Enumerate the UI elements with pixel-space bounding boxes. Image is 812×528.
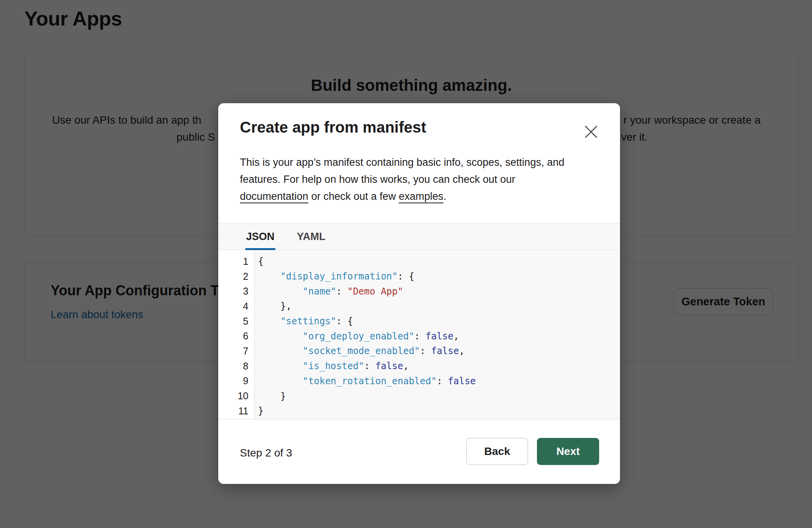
line-number: 6	[218, 330, 254, 342]
line-number: 3	[218, 286, 254, 297]
code-line-content: }	[254, 405, 263, 416]
code-line: 9 "token_rotation_enabled": false	[218, 374, 620, 389]
code-line: 7 "socket_mode_enabled": false,	[218, 344, 620, 359]
next-button[interactable]: Next	[537, 438, 599, 465]
examples-link[interactable]: examples	[399, 191, 443, 202]
manifest-code-editor[interactable]: 1{2 "display_information": {3 "name": "D…	[218, 250, 620, 419]
description-line: This is your app’s manifest containing b…	[240, 154, 607, 171]
code-line-content: "org_deploy_enabled": false,	[254, 331, 459, 342]
code-line: 6 "org_deploy_enabled": false,	[218, 329, 620, 344]
documentation-link[interactable]: documentation	[240, 191, 308, 202]
line-number: 2	[218, 271, 254, 282]
tab-json[interactable]: JSON	[245, 223, 275, 250]
line-number: 11	[218, 405, 254, 417]
code-line: 4 },	[218, 299, 620, 314]
line-number: 9	[218, 375, 254, 387]
tab-label: YAML	[297, 231, 326, 243]
code-line: 10 }	[218, 388, 620, 404]
back-button[interactable]: Back	[466, 438, 528, 465]
code-line-content: },	[254, 301, 292, 312]
modal-title: Create app from manifest	[240, 118, 426, 136]
code-line-content: "display_information": {	[254, 271, 414, 282]
description-text: .	[443, 191, 447, 202]
description-line: features. For help on how this works, yo…	[240, 171, 607, 188]
line-number: 4	[218, 301, 254, 312]
line-number: 5	[218, 316, 254, 327]
code-line-content: "token_rotation_enabled": false	[254, 376, 476, 387]
code-line-content: "is_hosted": false,	[254, 361, 409, 371]
code-line-content: "settings": {	[254, 316, 353, 327]
code-line-content: "socket_mode_enabled": false,	[254, 346, 465, 356]
description-line: documentation or check out a few example…	[240, 188, 607, 205]
tab-yaml[interactable]: YAML	[296, 223, 326, 250]
close-button[interactable]	[583, 124, 600, 141]
manifest-format-tabbar: JSONYAML	[218, 223, 620, 250]
modal-description: This is your app’s manifest containing b…	[240, 154, 607, 205]
create-app-from-manifest-modal: Create app from manifest This is your ap…	[218, 103, 620, 484]
step-indicator: Step 2 of 3	[240, 447, 292, 459]
code-line-content: }	[254, 391, 286, 402]
code-line: 1{	[218, 254, 620, 269]
code-line-content: {	[254, 256, 263, 267]
description-text: or check out a few	[308, 191, 399, 202]
code-line: 11}	[218, 404, 620, 419]
x-icon	[584, 124, 598, 139]
tab-label: JSON	[246, 231, 275, 243]
line-number: 10	[218, 390, 254, 402]
line-number: 8	[218, 361, 254, 372]
code-line: 5 "settings": {	[218, 314, 620, 329]
code-line: 3 "name": "Demo App"	[218, 284, 620, 299]
code-line: 8 "is_hosted": false,	[218, 359, 620, 374]
line-number: 1	[218, 256, 254, 267]
code-line: 2 "display_information": {	[218, 269, 620, 284]
code-line-content: "name": "Demo App"	[254, 286, 403, 297]
line-number: 7	[218, 346, 254, 357]
